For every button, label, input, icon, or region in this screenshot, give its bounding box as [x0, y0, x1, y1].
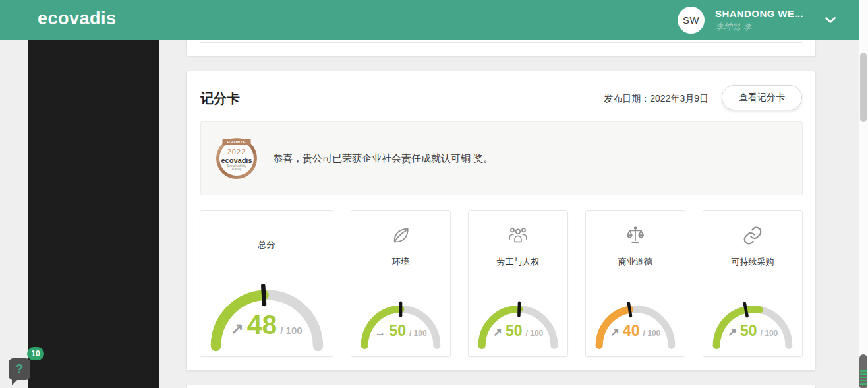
gauge-label: 可持续采购: [703, 256, 802, 268]
gauge-score: ↗50/ 100: [469, 322, 567, 340]
sidebar-panel: [28, 40, 159, 388]
score-suffix: / 100: [643, 329, 661, 338]
score-value: 50: [389, 322, 406, 340]
user-info: SHANDONG WE... 李坤笃 李: [715, 8, 803, 33]
avatar[interactable]: SW: [678, 7, 705, 34]
scrollbar-track[interactable]: [859, 0, 868, 388]
trend-arrow-icon: ↗: [728, 325, 737, 339]
app-window: ecovadis SW SHANDONG WE... 李坤笃 李 ? 10 记分…: [0, 0, 868, 388]
help-button[interactable]: ?: [9, 358, 30, 380]
award-message: 恭喜，贵公司已荣获企业社会责任成就认可铜 奖。: [273, 152, 493, 165]
gauge-label: 总分: [200, 239, 333, 251]
bronze-medal-icon: BRONZE 2022 ecovadis Sustainability Rati…: [216, 138, 257, 179]
gauge-score: ↗48/ 100: [200, 309, 333, 340]
next-card-partial: [186, 385, 816, 388]
award-banner: BRONZE 2022 ecovadis Sustainability Rati…: [200, 121, 803, 195]
user-menu[interactable]: SW SHANDONG WE... 李坤笃 李: [678, 7, 836, 34]
gauge-card: 总分↗48/ 100: [200, 210, 333, 357]
scrollbar-thumb[interactable]: [860, 53, 867, 122]
ecovadis-logo: ecovadis: [38, 9, 117, 29]
scales-icon: [586, 222, 685, 249]
gauge-card: 商业道德↗40/ 100: [585, 210, 685, 357]
trend-arrow-icon: ↗: [493, 325, 502, 339]
score-suffix: / 100: [409, 329, 427, 338]
page-title: 记分卡: [200, 90, 240, 108]
score-suffix: / 100: [526, 329, 544, 338]
score-value: 50: [506, 322, 523, 340]
score-suffix: / 100: [280, 325, 302, 336]
trend-arrow-icon: ↗: [231, 320, 243, 338]
gauge-card: 劳工与人权↗50/ 100: [468, 210, 568, 357]
score-value: 50: [740, 322, 757, 340]
medal-tier-label: BRONZE: [223, 139, 251, 145]
score-value: 48: [247, 309, 277, 340]
gauge-score: ↗50/ 100: [703, 322, 802, 340]
scrollbar-green-marks: [860, 370, 867, 387]
chevron-down-icon[interactable]: [825, 16, 836, 24]
scrollbar-bottom-indicator[interactable]: [859, 354, 867, 388]
help-notification-badge[interactable]: 10: [27, 347, 44, 360]
top-navbar: ecovadis SW SHANDONG WE... 李坤笃 李: [0, 0, 868, 40]
gauge-label: 商业道德: [586, 256, 685, 268]
divider: [200, 42, 802, 43]
publish-date: 发布日期：2022年3月9日: [604, 93, 709, 105]
gauge-row: 总分↗48/ 100环境→50/ 100劳工与人权↗50/ 100商业道德↗40…: [200, 210, 803, 357]
gauge-label: 劳工与人权: [469, 256, 567, 268]
medal-core: 2022 ecovadis Sustainability Rating: [219, 141, 254, 176]
people-icon: [469, 222, 567, 249]
medal-year: 2022: [227, 148, 246, 156]
gauge-card: 环境→50/ 100: [351, 210, 451, 357]
user-company-name: SHANDONG WE...: [715, 8, 803, 19]
gauge-score: ↗40/ 100: [586, 322, 685, 340]
view-scorecard-button[interactable]: 查看记分卡: [722, 85, 802, 110]
user-contact-name: 李坤笃 李: [715, 21, 803, 33]
gauge-card: 可持续采购↗50/ 100: [703, 210, 803, 357]
previous-card-partial: [186, 40, 816, 57]
medal-tagline: Sustainability Rating: [225, 164, 248, 172]
question-mark-icon: ?: [16, 362, 23, 376]
gauge-score: →50/ 100: [351, 322, 450, 340]
medal-brand: ecovadis: [221, 156, 252, 164]
trend-arrow-icon: ↗: [610, 325, 620, 339]
trend-arrow-icon: →: [374, 326, 386, 339]
gauge-label: 环境: [351, 256, 450, 268]
score-suffix: / 100: [761, 329, 778, 338]
leaf-icon: [351, 222, 450, 249]
scorecard-section: 记分卡 发布日期：2022年3月9日 查看记分卡 BRONZE 2022 eco…: [186, 71, 816, 371]
link-icon: [703, 222, 802, 249]
score-value: 40: [623, 322, 640, 340]
